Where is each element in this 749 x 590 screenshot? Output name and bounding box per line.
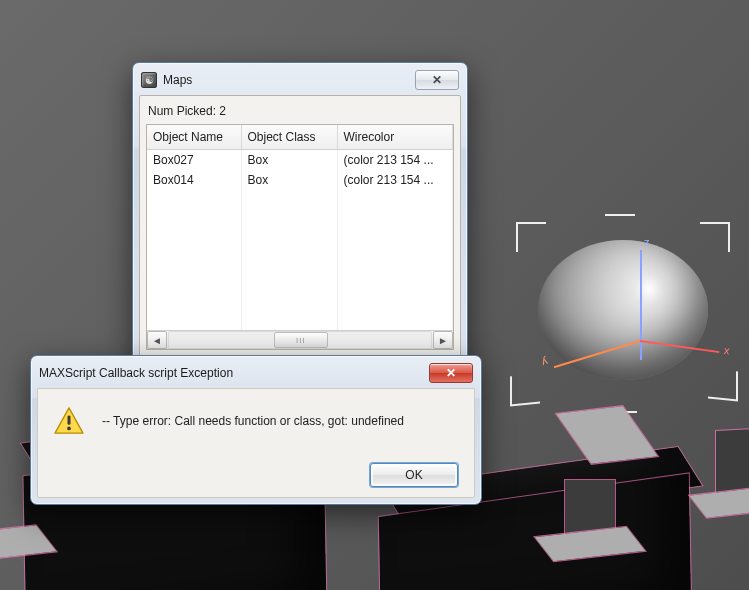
table-row: . xyxy=(147,230,453,250)
close-button[interactable]: ✕ xyxy=(415,70,459,90)
scroll-left-button[interactable]: ◄ xyxy=(147,331,167,349)
cell-object-name: Box014 xyxy=(147,170,241,190)
table-row[interactable]: Box014 Box (color 213 154 ... xyxy=(147,170,453,190)
num-picked-label: Num Picked: 2 xyxy=(146,102,454,124)
cell-object-name: Box027 xyxy=(147,150,241,171)
titlebar[interactable]: MAXScript Callback script Exception ✕ xyxy=(37,362,475,388)
svg-point-2 xyxy=(67,427,71,431)
col-header-wirecolor[interactable]: Wirecolor xyxy=(337,125,453,150)
objects-table: Object Name Object Class Wirecolor Box02… xyxy=(146,124,454,350)
close-icon: ✕ xyxy=(446,366,456,380)
maps-panel: Num Picked: 2 Object Name Object Class W… xyxy=(139,95,461,357)
scroll-track[interactable]: III xyxy=(168,331,432,349)
prop-box xyxy=(689,488,749,517)
table-row: . xyxy=(147,310,453,330)
chevron-right-icon: ► xyxy=(438,335,448,346)
selection-bracket xyxy=(510,373,540,406)
cell-object-class: Box xyxy=(241,170,337,190)
app-icon: ☯ xyxy=(141,72,157,88)
window-title: MAXScript Callback script Exception xyxy=(39,366,233,380)
axis-z-icon xyxy=(640,250,642,360)
sphere-object xyxy=(538,240,708,380)
selection-bracket xyxy=(708,368,738,401)
table-row: . xyxy=(147,290,453,310)
selection-bracket xyxy=(700,222,730,252)
prop-box xyxy=(556,406,658,464)
titlebar[interactable]: ☯ Maps ✕ xyxy=(139,69,461,95)
window-title: Maps xyxy=(163,73,192,87)
prop-box xyxy=(716,429,749,497)
button-label: OK xyxy=(405,468,422,482)
dialog-body: -- Type error: Call needs function or cl… xyxy=(37,388,475,498)
col-header-object-class[interactable]: Object Class xyxy=(241,125,337,150)
table-row: . xyxy=(147,250,453,270)
close-button[interactable]: ✕ xyxy=(429,363,473,383)
cell-wirecolor: (color 213 154 ... xyxy=(337,150,453,171)
error-dialog[interactable]: MAXScript Callback script Exception ✕ --… xyxy=(30,355,482,505)
maps-window[interactable]: ☯ Maps ✕ Num Picked: 2 Object Name Objec… xyxy=(132,62,468,364)
chevron-left-icon: ◄ xyxy=(152,335,162,346)
selection-bracket xyxy=(516,222,546,252)
ok-button[interactable]: OK xyxy=(370,463,458,487)
table-row: . xyxy=(147,270,453,290)
scroll-thumb[interactable]: III xyxy=(274,332,328,348)
cell-object-class: Box xyxy=(241,150,337,171)
selection-bracket xyxy=(605,214,635,230)
table-row[interactable]: Box027 Box (color 213 154 ... xyxy=(147,150,453,171)
table-row: . xyxy=(147,210,453,230)
error-message: -- Type error: Call needs function or cl… xyxy=(102,414,404,428)
table-row: . xyxy=(147,190,453,210)
warning-icon xyxy=(54,407,84,435)
close-icon: ✕ xyxy=(432,73,442,87)
scroll-right-button[interactable]: ► xyxy=(433,331,453,349)
svg-rect-1 xyxy=(68,415,71,424)
horizontal-scrollbar[interactable]: ◄ III ► xyxy=(147,330,453,349)
col-header-object-name[interactable]: Object Name xyxy=(147,125,241,150)
cell-wirecolor: (color 213 154 ... xyxy=(337,170,453,190)
grip-icon: III xyxy=(296,336,306,345)
